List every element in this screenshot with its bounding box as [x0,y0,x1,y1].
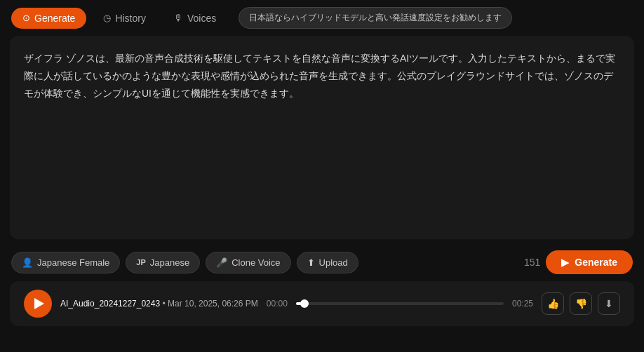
tab-voices-label: Voices [187,13,216,24]
language-label: Japanese [150,257,189,268]
tab-voices[interactable]: 🎙 Voices [163,8,227,29]
generate-icon: ⊙ [22,13,30,23]
language-icon: JP [136,258,145,266]
clone-icon: 🎤 [216,257,227,268]
progress-dot[interactable] [300,299,309,308]
bottom-controls: 👤 Japanese Female JP Japanese 🎤 Clone Vo… [0,242,644,281]
upload-icon: ⬆ [307,257,315,268]
download-button[interactable]: ⬇ [598,292,620,315]
time-current: 00:00 [267,299,288,309]
tab-generate[interactable]: ⊙ Generate [11,8,86,29]
notice-text: 日本語ならハイブリッドモデルと高い発話速度設定をお勧めします [249,13,502,22]
thumbs-up-icon: 👍 [547,299,559,309]
play-button[interactable] [24,290,52,318]
upload-label: Upload [319,257,348,268]
download-icon: ⬇ [605,299,613,309]
char-count: 151 [524,257,540,268]
editor-area: ザイフラ ゾノスは、最新の音声合成技術を駆使してテキストを自然な音声に変換するA… [10,36,634,239]
generate-play-icon: ▶ [561,257,569,268]
play-icon [34,298,44,309]
thumbs-down-button[interactable]: 👎 [570,292,592,315]
progress-bar[interactable] [296,302,504,305]
audio-filename: AI_Audio_20241227_0243 [60,299,160,309]
thumbs-down-icon: 👎 [575,299,587,309]
clone-label: Clone Voice [232,257,280,268]
voice-icon: 👤 [22,257,33,268]
audio-info: AI_Audio_20241227_0243 • Mar 10, 2025, 0… [60,299,258,309]
player-actions: 👍 👎 ⬇ [542,292,620,315]
language-selector[interactable]: JP Japanese [126,252,200,273]
audio-date: Mar 10, 2025, 06:26 PM [168,299,258,309]
tab-generate-label: Generate [34,13,75,24]
generate-label: Generate [575,257,617,268]
time-total: 00:25 [512,299,533,309]
upload-button[interactable]: ⬆ Upload [297,252,358,273]
tab-history[interactable]: ◷ History [92,8,157,29]
thumbs-up-button[interactable]: 👍 [542,292,564,315]
tab-history-label: History [115,13,146,24]
voice-label: Japanese Female [37,257,109,268]
top-bar: ⊙ Generate ◷ History 🎙 Voices 日本語ならハイブリッ… [0,0,644,36]
audio-player: AI_Audio_20241227_0243 • Mar 10, 2025, 0… [10,281,634,326]
voice-selector[interactable]: 👤 Japanese Female [11,252,120,273]
audio-separator: • [162,299,168,309]
editor-text[interactable]: ザイフラ ゾノスは、最新の音声合成技術を駆使してテキストを自然な音声に変換するA… [24,50,620,103]
microphone-icon: 🎙 [174,13,183,23]
notice-pill: 日本語ならハイブリッドモデルと高い発話速度設定をお勧めします [239,7,512,29]
generate-button[interactable]: ▶ Generate [546,250,633,274]
history-icon: ◷ [103,13,111,23]
clone-voice-button[interactable]: 🎤 Clone Voice [206,252,290,273]
